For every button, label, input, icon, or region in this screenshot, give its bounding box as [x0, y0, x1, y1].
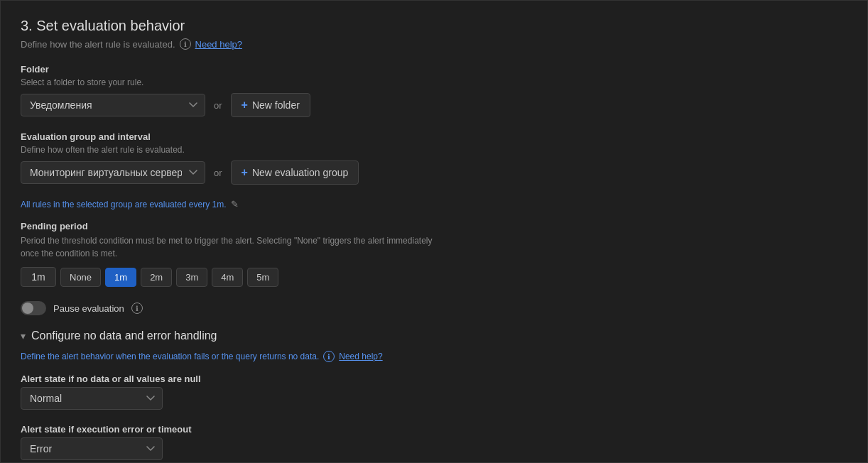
pause-info-icon: ℹ: [131, 303, 143, 314]
period-none-btn[interactable]: None: [60, 268, 101, 287]
info-icon: ℹ: [180, 38, 191, 50]
configure-help-link[interactable]: Need help?: [339, 352, 382, 361]
folder-description: Select a folder to store your rule.: [21, 77, 847, 87]
pause-row: Pause evaluation ℹ: [21, 301, 847, 315]
pause-evaluation-toggle[interactable]: [21, 301, 46, 315]
evaluation-group-label: Evaluation group and interval: [21, 131, 847, 142]
period-5m-btn[interactable]: 5m: [247, 268, 278, 287]
period-input[interactable]: [21, 267, 56, 287]
new-group-label: New evaluation group: [252, 167, 348, 178]
new-folder-button[interactable]: + New folder: [231, 93, 310, 117]
nodata-info-icon: ℹ: [323, 351, 335, 362]
pause-evaluation-label: Pause evaluation: [53, 303, 124, 314]
period-1m-btn[interactable]: 1m: [105, 268, 136, 287]
pending-period-description: Period the threshold condition must be m…: [21, 234, 447, 260]
folder-or-text: or: [214, 100, 222, 111]
group-or-text: or: [214, 168, 222, 178]
period-buttons-row: None 1m 2m 3m 4m 5m: [21, 267, 847, 287]
no-data-state-label: Alert state if no data or all values are…: [21, 374, 847, 384]
new-folder-label: New folder: [252, 99, 300, 111]
section-subtitle: Define how the alert rule is evaluated. …: [21, 38, 847, 50]
period-4m-btn[interactable]: 4m: [212, 268, 243, 287]
error-state-section: Alert state if execution error or timeou…: [21, 424, 847, 460]
error-state-label: Alert state if execution error or timeou…: [21, 424, 847, 435]
evaluation-note: All rules in the selected group are eval…: [21, 199, 847, 209]
pending-period-label: Pending period: [21, 221, 847, 232]
folder-label: Folder: [21, 64, 847, 75]
no-data-state-section: Alert state if no data or all values are…: [21, 374, 847, 410]
help-link[interactable]: Need help?: [195, 39, 243, 50]
no-data-state-select[interactable]: NormalNo DataAlertingOK: [21, 387, 163, 410]
pending-period-section: Pending period Period the threshold cond…: [21, 221, 847, 287]
evaluation-group-row: Мониторинг виртуальных серверов or + New…: [21, 160, 847, 185]
collapsible-header[interactable]: ▾ Configure no data and error handling: [21, 329, 847, 342]
folder-select[interactable]: Уведомления: [21, 94, 205, 116]
evaluation-group-section: Evaluation group and interval Define how…: [21, 131, 847, 185]
folder-row: Уведомления or + New folder: [21, 93, 847, 117]
toggle-knob: [22, 303, 33, 314]
period-2m-btn[interactable]: 2m: [141, 268, 172, 287]
chevron-icon: ▾: [21, 330, 26, 342]
new-evaluation-group-button[interactable]: + New evaluation group: [231, 160, 359, 185]
group-plus-icon: +: [242, 166, 248, 179]
configure-section: ▾ Configure no data and error handling D…: [21, 329, 847, 460]
edit-icon[interactable]: ✎: [231, 199, 239, 209]
evaluation-group-select[interactable]: Мониторинг виртуальных серверов: [21, 161, 205, 184]
nodata-description-row: Define the alert behavior when the evalu…: [21, 351, 847, 362]
nodata-description-text: Define the alert behavior when the evalu…: [21, 352, 319, 361]
evaluation-note-text: All rules in the selected group are eval…: [21, 200, 227, 209]
section-title: 3. Set evaluation behavior: [21, 18, 847, 34]
error-state-select[interactable]: ErrorAlertingOK: [21, 437, 163, 460]
page-container: 3. Set evaluation behavior Define how th…: [0, 0, 868, 463]
folder-section: Folder Select a folder to store your rul…: [21, 64, 847, 117]
subtitle-text: Define how the alert rule is evaluated.: [21, 39, 175, 50]
configure-section-title: Configure no data and error handling: [31, 329, 217, 342]
period-3m-btn[interactable]: 3m: [176, 268, 207, 287]
plus-icon: +: [242, 99, 248, 111]
evaluation-group-description: Define how often the alert rule is evalu…: [21, 145, 847, 155]
